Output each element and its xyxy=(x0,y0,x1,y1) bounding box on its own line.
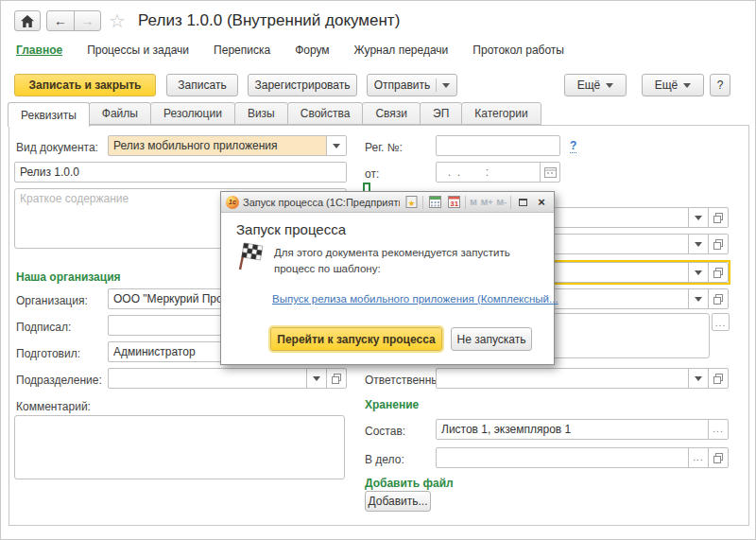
chevron-down-icon xyxy=(442,83,450,88)
nav-item-glavnoe[interactable]: Главное xyxy=(16,44,62,57)
chevron-down-icon xyxy=(333,144,340,148)
department-open-button[interactable] xyxy=(326,368,347,389)
open-button[interactable] xyxy=(708,262,729,283)
doc-name-input[interactable] xyxy=(14,162,347,183)
dialog-heading: Запуск процесса xyxy=(236,221,346,237)
tab-strip: Реквизиты Файлы Резолюции Визы Свойства … xyxy=(9,102,541,127)
doc-kind-dropdown-button[interactable] xyxy=(326,135,347,156)
nav-item-zhurnal[interactable]: Журнал передачи xyxy=(354,44,449,57)
maximize-button[interactable] xyxy=(515,195,530,209)
save-and-close-button[interactable]: Записать и закрыть xyxy=(14,74,156,96)
signed-by-label: Подписал: xyxy=(16,321,71,334)
tab-kategorii[interactable]: Категории xyxy=(461,102,541,125)
open-form-icon xyxy=(713,268,723,278)
calendar-icon xyxy=(544,166,557,178)
calculator-icon[interactable] xyxy=(427,195,442,209)
home-icon xyxy=(21,15,34,27)
close-button[interactable]: × xyxy=(534,195,549,209)
contents-group: ... xyxy=(436,419,729,440)
add-file-button[interactable]: Добавить... xyxy=(365,491,431,512)
to-file-open-button[interactable] xyxy=(708,447,729,468)
forward-button[interactable]: → xyxy=(74,10,101,31)
help-button[interactable]: ? xyxy=(710,74,730,96)
tab-ep[interactable]: ЭП xyxy=(420,102,462,125)
responsible-open-button[interactable] xyxy=(708,368,729,389)
storage-header: Хранение xyxy=(365,398,419,411)
tab-svyazi[interactable]: Связи xyxy=(362,102,421,125)
dropdown-button[interactable] xyxy=(688,234,709,254)
tab-fajly[interactable]: Файлы xyxy=(89,102,151,125)
favorite-star-icon[interactable]: ☆ xyxy=(109,9,126,32)
open-form-icon xyxy=(713,294,723,305)
memory-m-button[interactable]: M xyxy=(470,198,477,207)
chevron-down-icon xyxy=(695,376,702,381)
chevron-down-icon xyxy=(683,83,691,88)
to-file-input[interactable] xyxy=(436,447,689,468)
open-button[interactable] xyxy=(708,207,729,228)
more-button-left[interactable]: Ещё xyxy=(564,74,627,96)
department-group xyxy=(108,368,347,389)
memory-mminus-button[interactable]: M- xyxy=(497,198,507,207)
reg-date-input[interactable] xyxy=(436,162,541,183)
open-form-icon xyxy=(713,374,723,384)
chevron-down-icon xyxy=(695,297,702,302)
reg-date-label: от: xyxy=(365,167,379,181)
nav-item-protokol[interactable]: Протокол работы xyxy=(472,44,564,57)
save-button[interactable]: Записать xyxy=(166,74,238,96)
reg-no-input[interactable] xyxy=(436,135,560,156)
tab-rekvizity[interactable]: Реквизиты xyxy=(8,102,90,127)
comment-textarea[interactable] xyxy=(14,415,345,479)
reg-no-help-link[interactable]: ? xyxy=(570,139,576,153)
chevron-down-icon xyxy=(695,270,702,275)
home-button[interactable] xyxy=(14,10,41,31)
covered-select-button[interactable]: ... xyxy=(712,313,730,331)
ellipsis-icon: ... xyxy=(713,425,723,434)
go-to-process-launch-button[interactable]: Перейти к запуску процесса xyxy=(270,327,442,351)
open-button[interactable] xyxy=(708,288,729,309)
dialog-message: Для этого документа рекомендуется запуст… xyxy=(274,245,554,278)
obscured-green-header-fragment xyxy=(363,183,370,191)
open-button[interactable] xyxy=(708,234,729,254)
chevron-down-icon xyxy=(695,242,702,247)
dropdown-button[interactable] xyxy=(688,262,709,283)
department-dropdown-button[interactable] xyxy=(306,368,327,389)
doc-kind-input[interactable] xyxy=(108,135,327,156)
page-title: Релиз 1.0.0 (Внутренний документ) xyxy=(138,11,400,30)
nav-item-perepiska[interactable]: Переписка xyxy=(214,44,270,57)
open-form-icon xyxy=(713,239,723,250)
do-not-launch-button[interactable]: Не запускать xyxy=(451,327,532,351)
to-file-select-button[interactable]: ... xyxy=(688,447,709,468)
dropdown-button[interactable] xyxy=(688,288,709,309)
responsible-group xyxy=(436,368,729,389)
process-template-link[interactable]: Выпуск релиза мобильного приложения (Ком… xyxy=(272,293,558,305)
open-form-icon xyxy=(713,213,723,223)
contents-input[interactable] xyxy=(436,419,709,440)
department-label: Подразделение: xyxy=(16,374,102,387)
tab-vizy[interactable]: Визы xyxy=(234,102,288,125)
memory-mplus-button[interactable]: M+ xyxy=(481,198,493,207)
responsible-dropdown-button[interactable] xyxy=(688,368,709,389)
back-button[interactable]: ← xyxy=(46,10,75,31)
process-launch-dialog: 1c Запуск процесса (1С:Предприятие) ★ 31… xyxy=(220,191,555,365)
svg-text:★: ★ xyxy=(407,199,415,208)
1c-logo-icon: 1c xyxy=(226,196,239,209)
contents-select-button[interactable]: ... xyxy=(708,419,729,440)
to-file-label: В дело: xyxy=(365,453,404,466)
department-input[interactable] xyxy=(108,368,307,389)
dropdown-button[interactable] xyxy=(688,207,709,228)
nav-item-processy[interactable]: Процессы и задачи xyxy=(87,44,189,57)
comment-label: Комментарий: xyxy=(16,400,91,413)
nav-item-forum[interactable]: Форум xyxy=(295,44,329,57)
more-button-right[interactable]: Ещё xyxy=(642,74,704,96)
calendar-31-icon[interactable]: 31 xyxy=(446,195,461,209)
send-button[interactable]: Отправить xyxy=(367,74,457,96)
calendar-picker-button[interactable] xyxy=(540,162,560,183)
register-button[interactable]: Зарегистрировать xyxy=(248,74,357,96)
dialog-titlebar[interactable]: 1c Запуск процесса (1С:Предприятие) ★ 31… xyxy=(221,192,554,213)
tab-svojstva[interactable]: Свойства xyxy=(287,102,364,125)
favorites-icon[interactable]: ★ xyxy=(404,195,419,209)
ellipsis-icon: ... xyxy=(715,318,726,328)
responsible-input[interactable] xyxy=(436,368,689,389)
chevron-down-icon xyxy=(606,83,613,88)
tab-rezolyucii[interactable]: Резолюции xyxy=(150,102,235,125)
